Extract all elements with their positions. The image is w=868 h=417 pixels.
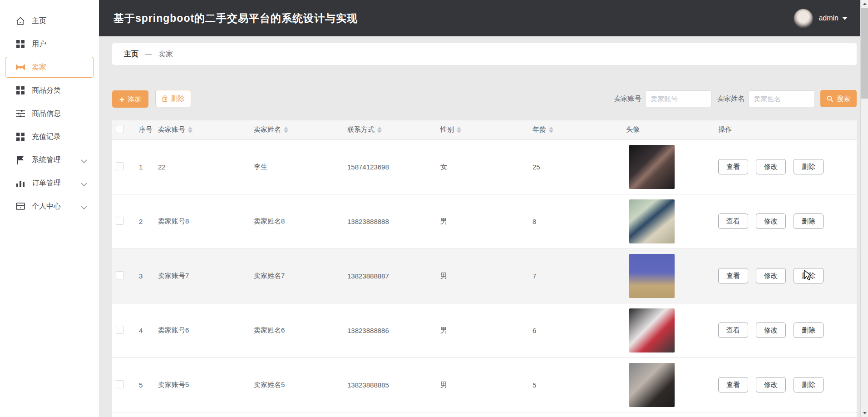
- sidebar-item-system-management[interactable]: 系统管理: [5, 149, 94, 170]
- seller-account-input[interactable]: [645, 90, 712, 107]
- cell-age: 6: [528, 303, 622, 357]
- cell-avatar: [622, 139, 714, 194]
- cell-no: 2: [135, 194, 154, 248]
- cell-name: 卖家姓名7: [250, 248, 343, 303]
- seller-avatar: [629, 308, 675, 352]
- sort-caret-icon[interactable]: [188, 127, 192, 133]
- cell-account: 卖家账号8: [154, 194, 250, 248]
- delete-row-button[interactable]: 删除: [794, 159, 824, 174]
- cell-contact: 13823888888: [343, 194, 436, 248]
- breadcrumb-separator: —: [145, 50, 152, 58]
- cell-name: 卖家姓名8: [250, 194, 343, 248]
- cell-no: 4: [135, 303, 154, 357]
- seller-name-input[interactable]: [748, 90, 815, 107]
- username: admin: [819, 14, 838, 22]
- edit-button[interactable]: 修改: [756, 377, 786, 392]
- cell-account: 卖家账号6: [154, 303, 250, 357]
- user-avatar[interactable]: [794, 9, 813, 28]
- search-button[interactable]: 搜索: [820, 90, 857, 107]
- cell-avatar: [622, 248, 714, 303]
- column-header-contact[interactable]: 联系方式: [343, 120, 436, 139]
- flag-icon: [15, 156, 25, 164]
- sort-caret-icon[interactable]: [457, 127, 461, 133]
- sidebar-item-sellers[interactable]: 卖家: [5, 57, 94, 78]
- column-header-account[interactable]: 卖家账号: [154, 120, 250, 139]
- sidebar-item-label: 用户: [32, 40, 46, 49]
- table-row: 4 卖家账号6 卖家姓名6 13823888886 男 6 查看修改删除: [112, 303, 857, 357]
- sort-caret-icon[interactable]: [377, 127, 382, 133]
- sort-caret-icon[interactable]: [549, 127, 553, 133]
- sidebar-item-recharge-records[interactable]: 充值记录: [5, 126, 94, 147]
- edit-button[interactable]: 修改: [756, 268, 786, 283]
- sidebar-item-product-info[interactable]: 商品信息: [5, 103, 94, 124]
- cell-gender: 男: [436, 303, 528, 357]
- column-header-age[interactable]: 年龄: [528, 120, 622, 139]
- sidebar-item-label: 订单管理: [32, 179, 61, 188]
- row-checkbox[interactable]: [116, 380, 124, 388]
- edit-button[interactable]: 修改: [756, 213, 786, 229]
- sidebar-item-label: 充值记录: [32, 132, 61, 142]
- view-button[interactable]: 查看: [718, 268, 748, 283]
- view-button[interactable]: 查看: [718, 377, 748, 392]
- cell-gender: 男: [436, 357, 528, 412]
- user-menu[interactable]: admin: [794, 0, 848, 36]
- table-row-partial: [112, 412, 857, 417]
- row-checkbox[interactable]: [116, 217, 124, 225]
- breadcrumb-home[interactable]: 主页: [124, 50, 138, 59]
- sidebar-item-home[interactable]: 主页: [5, 10, 94, 31]
- sidebar-item-order-management[interactable]: 订单管理: [5, 173, 94, 194]
- view-button[interactable]: 查看: [718, 323, 748, 338]
- page-title: 基于springboot的二手交易平台的系统设计与实现: [113, 11, 358, 25]
- cell-avatar: [622, 303, 714, 357]
- sidebar-item-users[interactable]: 用户: [5, 34, 94, 55]
- scrollbar-thumb[interactable]: [861, 8, 868, 99]
- cell-no: 3: [135, 248, 154, 303]
- cell-no: 1: [135, 139, 154, 194]
- bar-chart-icon: [15, 179, 25, 187]
- cell-age: 7: [528, 248, 622, 303]
- row-checkbox[interactable]: [116, 326, 124, 334]
- plus-icon: +: [119, 95, 124, 104]
- view-button[interactable]: 查看: [718, 213, 748, 229]
- scroll-down-arrow-icon[interactable]: [861, 409, 868, 417]
- sliders-icon: [15, 109, 25, 118]
- search-zone: 卖家账号 卖家姓名 搜索: [614, 90, 857, 107]
- add-button[interactable]: + 添加: [112, 90, 148, 108]
- sidebar-item-label: 系统管理: [32, 155, 61, 165]
- delete-row-button[interactable]: 删除: [794, 323, 824, 338]
- cell-account: 22: [154, 139, 250, 194]
- sidebar-item-personal-center[interactable]: 个人中心: [5, 196, 94, 217]
- sidebar-item-label: 商品信息: [32, 109, 61, 119]
- column-header-gender[interactable]: 性别: [436, 120, 528, 139]
- row-checkbox[interactable]: [116, 271, 124, 279]
- select-all-checkbox[interactable]: [116, 125, 124, 133]
- cell-avatar: [622, 194, 714, 248]
- grid-icon: [15, 133, 25, 141]
- edit-button[interactable]: 修改: [756, 323, 786, 338]
- delete-row-button[interactable]: 删除: [794, 268, 824, 283]
- delete-button[interactable]: 删除: [155, 90, 191, 107]
- delete-row-button[interactable]: 删除: [794, 377, 824, 392]
- column-header-avatar: 头像: [622, 120, 714, 139]
- chevron-down-icon: [81, 157, 87, 165]
- delete-row-button[interactable]: 删除: [794, 213, 824, 229]
- user-menu-caret-icon: [842, 17, 848, 20]
- table-row: 1 22 李生 15874123698 女 25 查看修改删除: [112, 139, 857, 194]
- cell-gender: 男: [436, 248, 528, 303]
- cell-name: 李生: [250, 139, 343, 194]
- view-button[interactable]: 查看: [718, 159, 748, 174]
- sellers-table-card: 序号卖家账号卖家姓名联系方式性别年龄头像操作 1 22 李生 158741236…: [112, 120, 857, 417]
- sidebar-item-product-category[interactable]: 商品分类: [5, 80, 94, 101]
- toolbar: + 添加 删除 卖家账号 卖家姓名: [112, 90, 857, 107]
- edit-button[interactable]: 修改: [756, 159, 786, 174]
- sidebar-item-label: 卖家: [32, 63, 46, 72]
- page-scrollbar[interactable]: [860, 0, 868, 417]
- seller-avatar: [629, 363, 675, 407]
- scroll-up-arrow-icon[interactable]: [861, 0, 868, 8]
- cell-account: 卖家账号5: [154, 357, 250, 412]
- top-header: 基于springboot的二手交易平台的系统设计与实现 admin: [99, 0, 868, 36]
- column-header-name[interactable]: 卖家姓名: [250, 120, 343, 139]
- cell-gender: 男: [436, 194, 528, 248]
- sort-caret-icon[interactable]: [284, 127, 288, 133]
- row-checkbox[interactable]: [116, 162, 124, 170]
